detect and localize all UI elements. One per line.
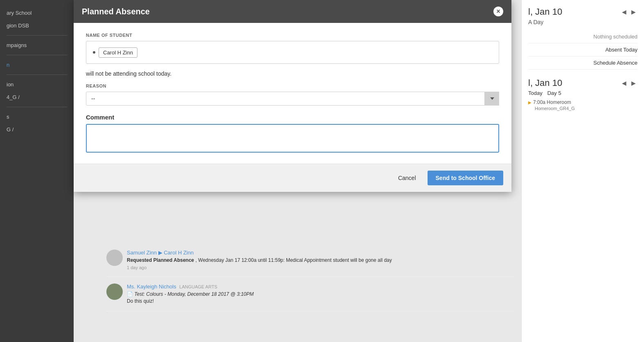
right-panel: l, Jan 10 ◀ ▶ A Day Nothing scheduled Ab…	[521, 0, 644, 342]
send-to-school-office-button[interactable]: Send to School Office	[428, 171, 503, 185]
feed-body-1: Requested Planned Absence , Wednesday Ja…	[127, 257, 513, 264]
attending-text: will not be attending school today.	[86, 70, 499, 77]
day5-label: Day 5	[547, 90, 561, 96]
next-arrow-2-icon[interactable]: ▶	[630, 79, 637, 87]
sidebar-item-campaigns[interactable]: mpaigns	[0, 39, 74, 52]
sidebar-divider-2	[7, 55, 67, 55]
absent-today-link[interactable]: Absent Today	[528, 43, 637, 56]
feed-text-1: , Wednesday Jan 17 12:00a until 11:59p: …	[196, 257, 392, 263]
sidebar-divider-3	[7, 74, 67, 75]
reason-field-label: REASON	[86, 83, 499, 88]
sidebar-item-n[interactable]: n	[0, 59, 74, 71]
avatar-2	[106, 284, 123, 300]
feed-recipient-1: Carol H Zinn	[164, 250, 194, 256]
sidebar-item-1[interactable]: ary School	[0, 7, 74, 19]
homeroom-time-text: 7:00a Homeroom	[533, 99, 571, 105]
prev-arrow-icon[interactable]: ◀	[620, 8, 628, 16]
feed-title-1: Samuel Zinn ▶ Carol H Zinn	[127, 250, 513, 256]
student-name-box[interactable]: Carol H Zinn	[86, 41, 499, 64]
today-label: Today	[528, 90, 543, 96]
reason-select[interactable]: --	[86, 92, 499, 106]
right-date-text: l, Jan 10	[528, 7, 562, 17]
feed-content-1: Samuel Zinn ▶ Carol H Zinn Requested Pla…	[127, 250, 513, 270]
right-date-row: l, Jan 10 ◀ ▶	[528, 7, 637, 17]
bullet-icon	[93, 51, 95, 54]
sidebar-divider-4	[7, 107, 67, 107]
today-day5-row: Today Day 5	[528, 90, 637, 96]
next-arrow-icon[interactable]: ▶	[630, 8, 637, 16]
sidebar-item-2[interactable]: gion DSB	[0, 19, 74, 32]
feed-subtitle-2: Do this quiz!	[127, 298, 513, 305]
feed-item-1: Samuel Zinn ▶ Carol H Zinn Requested Pla…	[106, 250, 513, 277]
feed-author-2: Ms. Kayleigh Nichols	[127, 284, 176, 290]
sidebar-divider	[7, 35, 67, 36]
modal-body: NAME OF STUDENT Carol H Zinn will not be…	[74, 23, 511, 164]
homeroom-entry: ▶ 7:00a Homeroom	[528, 99, 637, 105]
homeroom-location: Homeroom_GR4_G	[535, 106, 637, 111]
nav-arrows-2: ◀ ▶	[620, 79, 637, 87]
nothing-scheduled: Nothing scheduled	[528, 30, 637, 43]
feed-item-2: Ms. Kayleigh Nichols LANGUAGE ARTS 📄 Tes…	[106, 284, 513, 312]
feed-arrow-1: ▶	[158, 250, 164, 256]
sidebar-item-s[interactable]: s	[0, 110, 74, 123]
avatar-1	[106, 250, 123, 266]
nav-arrows: ◀ ▶	[620, 8, 637, 16]
comment-label: Comment	[86, 114, 499, 121]
sidebar-item-ion[interactable]: ion	[0, 78, 74, 91]
right-day-label: A Day	[528, 19, 637, 25]
modal-title: Planned Absence	[82, 7, 150, 16]
feed-subject-2: LANGUAGE ARTS	[179, 284, 217, 289]
cancel-button[interactable]: Cancel	[393, 171, 421, 184]
feed-time-1: 1 day ago	[127, 265, 513, 270]
sidebar-item-grade[interactable]: 4_G /	[0, 91, 74, 104]
play-icon: ▶	[528, 100, 531, 105]
modal-close-button[interactable]: ×	[493, 7, 503, 16]
comment-textarea[interactable]	[86, 124, 499, 153]
prev-arrow-2-icon[interactable]: ◀	[620, 79, 628, 87]
feed-body-2: 📄 Test: Colours - Monday, December 18 20…	[127, 291, 513, 298]
feed-bold-1: Requested Planned Absence	[127, 257, 194, 263]
student-field-label: NAME OF STUDENT	[86, 33, 499, 38]
right-date-row-2: l, Jan 10 ◀ ▶	[528, 78, 637, 88]
planned-absence-modal: Planned Absence × NAME OF STUDENT Carol …	[74, 0, 511, 192]
student-tag: Carol H Zinn	[99, 47, 137, 58]
feed-text-2: Test: Colours - Monday, December 18 2017…	[134, 291, 254, 297]
reason-select-wrapper: --	[86, 92, 499, 106]
modal-header: Planned Absence ×	[74, 0, 511, 23]
feed-author-1: Samuel Zinn	[127, 250, 157, 256]
right-date-text-2: l, Jan 10	[528, 78, 562, 88]
schedule-absence-link[interactable]: Schedule Absence	[528, 56, 637, 70]
feed-title-2: Ms. Kayleigh Nichols LANGUAGE ARTS	[127, 284, 513, 290]
feed-content-2: Ms. Kayleigh Nichols LANGUAGE ARTS 📄 Tes…	[127, 284, 513, 305]
sidebar: ary School gion DSB mpaigns n ion 4_G / …	[0, 0, 74, 342]
modal-footer: Cancel Send to School Office	[74, 164, 511, 192]
feed-area: Samuel Zinn ▶ Carol H Zinn Requested Pla…	[98, 245, 521, 342]
feed-icon-2: 📄	[127, 291, 133, 297]
sidebar-item-g[interactable]: G /	[0, 123, 74, 136]
